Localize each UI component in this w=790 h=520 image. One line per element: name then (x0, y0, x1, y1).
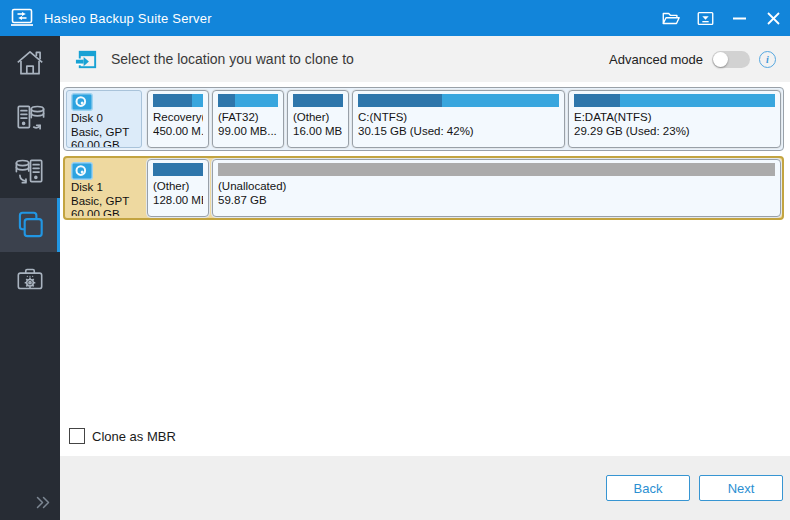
partition-label: (Unallocated) (218, 179, 775, 193)
partition-label: (Other) (153, 179, 203, 193)
minimize-button[interactable] (722, 0, 756, 36)
partition-cell[interactable]: E:DATA(NTFS)29.29 GB (Used: 23%) (568, 90, 781, 148)
sidebar-expand-button[interactable] (0, 487, 60, 520)
disk-row[interactable]: Disk 1Basic, GPT60.00 GB(Other)128.00 MB… (63, 156, 784, 220)
open-folder-button[interactable] (654, 0, 688, 36)
usage-bar-used (574, 94, 620, 107)
tools-icon (13, 262, 47, 296)
disk-icon (71, 93, 137, 112)
partition-cell[interactable]: Recovery(N1450.00 M... (147, 90, 209, 148)
partition-size: 59.87 GB (218, 193, 775, 207)
partition-size: 450.00 M... (153, 124, 203, 138)
usage-bar-used (358, 94, 442, 107)
usage-bar (293, 94, 343, 107)
partition-size: 30.15 GB (Used: 42%) (358, 124, 559, 138)
clone-as-mbr-checkbox[interactable] (69, 428, 85, 444)
partition-size: 16.00 MB (293, 124, 343, 138)
close-icon (767, 12, 780, 25)
disk-name: Disk 0 (71, 112, 137, 126)
home-icon (13, 46, 47, 80)
sidebar-item-restore[interactable] (0, 144, 60, 198)
restore-icon (13, 154, 47, 188)
disk-icon (71, 162, 137, 181)
advanced-mode-label: Advanced mode (609, 52, 703, 67)
partition-label: C:(NTFS) (358, 110, 559, 124)
next-button[interactable]: Next (699, 475, 783, 501)
usage-bar-used (218, 94, 235, 107)
usage-bar (153, 94, 203, 107)
clone-as-mbr-label: Clone as MBR (92, 429, 176, 444)
page-header: Select the location you want to clone to… (60, 36, 790, 82)
partition-label: (Other) (293, 110, 343, 124)
usage-bar (574, 94, 775, 107)
main-panel: Select the location you want to clone to… (60, 36, 790, 520)
disk-list: Disk 0Basic, GPT60.00 GBRecovery(N1450.0… (63, 87, 784, 225)
disk-size: 60.00 GB (71, 139, 137, 148)
minimize-icon (733, 17, 746, 20)
partition-cell[interactable]: (Other)16.00 MB (287, 90, 349, 148)
window-title: Hasleo Backup Suite Server (44, 11, 654, 26)
sidebar-item-clone[interactable] (0, 198, 60, 252)
clone-target-icon (74, 47, 99, 72)
partition-list: (Other)128.00 MB(Unallocated)59.87 GB (144, 159, 781, 217)
disk-type: Basic, GPT (71, 195, 137, 209)
double-chevron-right-icon (35, 495, 52, 510)
usage-bar (153, 163, 203, 176)
advanced-mode-toggle[interactable] (712, 51, 750, 68)
app-logo-icon (10, 8, 34, 28)
disk-info[interactable]: Disk 0Basic, GPT60.00 GB (66, 90, 142, 148)
disk-size: 60.00 GB (71, 208, 137, 217)
disk-row[interactable]: Disk 0Basic, GPT60.00 GBRecovery(N1450.0… (63, 87, 784, 151)
sidebar-item-tools[interactable] (0, 252, 60, 306)
disk-type: Basic, GPT (71, 126, 137, 140)
sidebar-item-home[interactable] (0, 36, 60, 90)
usage-bar (358, 94, 559, 107)
sidebar (0, 36, 60, 520)
partition-size: 128.00 MB (153, 193, 203, 207)
close-button[interactable] (756, 0, 790, 36)
partition-size: 99.00 MB... (218, 124, 278, 138)
partition-label: E:DATA(NTFS) (574, 110, 775, 124)
sidebar-item-backup[interactable] (0, 90, 60, 144)
partition-cell[interactable]: (Other)128.00 MB (147, 159, 209, 217)
clone-icon (13, 208, 47, 242)
open-folder-icon (661, 10, 681, 27)
usage-bar-used (153, 94, 192, 107)
partition-label: (FAT32) (218, 110, 278, 124)
minimize-to-tray-button[interactable] (688, 0, 722, 36)
footer-bar: Back Next (60, 456, 790, 520)
partition-cell[interactable]: (FAT32)99.00 MB... (212, 90, 284, 148)
partition-list: Recovery(N1450.00 M...(FAT32)99.00 MB...… (144, 90, 781, 148)
titlebar: Hasleo Backup Suite Server (0, 0, 790, 36)
backup-icon (13, 100, 47, 134)
clone-as-mbr-option: Clone as MBR (63, 428, 784, 456)
partition-cell[interactable]: (Unallocated)59.87 GB (212, 159, 781, 217)
info-icon[interactable]: i (759, 51, 776, 68)
usage-bar (218, 94, 278, 107)
partition-label: Recovery(N1 (153, 110, 203, 124)
page-title: Select the location you want to clone to (111, 51, 609, 67)
usage-bar-used (293, 94, 343, 107)
toggle-knob (713, 52, 728, 67)
content-area: Disk 0Basic, GPT60.00 GBRecovery(N1450.0… (60, 82, 790, 456)
back-button[interactable]: Back (606, 475, 690, 501)
usage-bar (218, 163, 775, 176)
partition-cell[interactable]: C:(NTFS)30.15 GB (Used: 42%) (352, 90, 565, 148)
disk-name: Disk 1 (71, 181, 137, 195)
disk-info[interactable]: Disk 1Basic, GPT60.00 GB (66, 159, 142, 217)
partition-size: 29.29 GB (Used: 23%) (574, 124, 775, 138)
minimize-to-tray-icon (696, 10, 715, 27)
usage-bar-used (153, 163, 203, 176)
app-window: Hasleo Backup Suite Server (0, 0, 790, 520)
